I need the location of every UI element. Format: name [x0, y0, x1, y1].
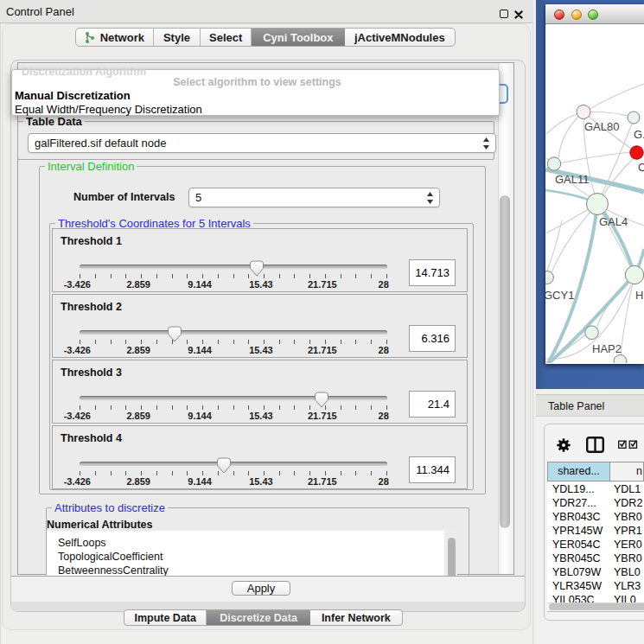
svg-text:HAP2: HAP2 [592, 342, 622, 355]
svg-text:GAL4: GAL4 [599, 215, 628, 228]
svg-text:H: H [635, 289, 643, 302]
svg-text:G.: G. [634, 128, 644, 141]
svg-text:GCY1: GCY1 [545, 289, 574, 302]
svg-text:GAL80: GAL80 [584, 120, 619, 133]
svg-text:GAL11: GAL11 [555, 173, 590, 186]
svg-text:C: C [638, 161, 644, 174]
